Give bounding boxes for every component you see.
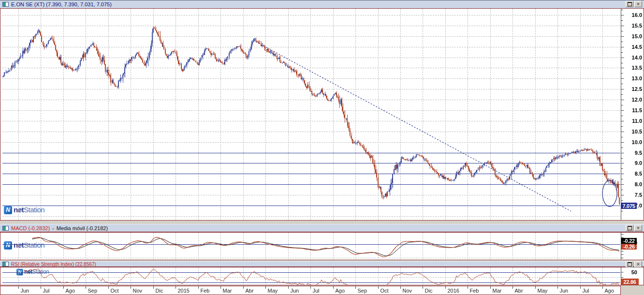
restore-button[interactable]: [626, 225, 633, 231]
restore-button[interactable]: [626, 1, 633, 7]
macd-zero-axis-label: 0: [627, 240, 637, 246]
chart-canvas[interactable]: [0, 0, 644, 295]
last-price-badge: 7.075: [621, 203, 637, 209]
macd-title-separator: -: [52, 225, 54, 231]
rsi-title: RSI (Relative Strength Index) (22.8567): [11, 262, 96, 267]
close-button[interactable]: ×: [634, 1, 642, 7]
main-chart-titlebar[interactable]: E.ON SE (XT) (7.390, 7.390, 7.031, 7.075…: [0, 0, 644, 9]
close-icon: ×: [637, 262, 640, 267]
close-button[interactable]: ×: [634, 261, 642, 267]
rsi-value-badge: 22.86: [621, 279, 639, 285]
restore-icon: [628, 2, 632, 6]
restore-icon: [628, 226, 632, 230]
macd-panel-titlebar[interactable]: MACD (-0.2832) - Media móvil (-0.2182) ×: [0, 224, 644, 232]
close-icon: ×: [637, 226, 640, 231]
rsi-panel-titlebar[interactable]: RSI (Relative Strength Index) (22.8567) …: [0, 261, 644, 267]
restore-button[interactable]: [626, 261, 633, 267]
chart-panel-icon: [2, 2, 9, 7]
close-button[interactable]: ×: [634, 225, 642, 231]
chart-panel-icon: [2, 262, 9, 266]
close-icon: ×: [637, 2, 640, 7]
restore-icon: [628, 262, 632, 266]
macd-title: MACD (-0.2832): [11, 225, 50, 231]
rsi-fifty-axis-label: 50: [627, 269, 637, 275]
main-chart-title: E.ON SE (XT) (7.390, 7.390, 7.031, 7.075…: [11, 1, 112, 7]
chart-panel-icon: [2, 226, 9, 231]
macd-signal-title: Media móvil (-0.2182): [57, 225, 108, 231]
